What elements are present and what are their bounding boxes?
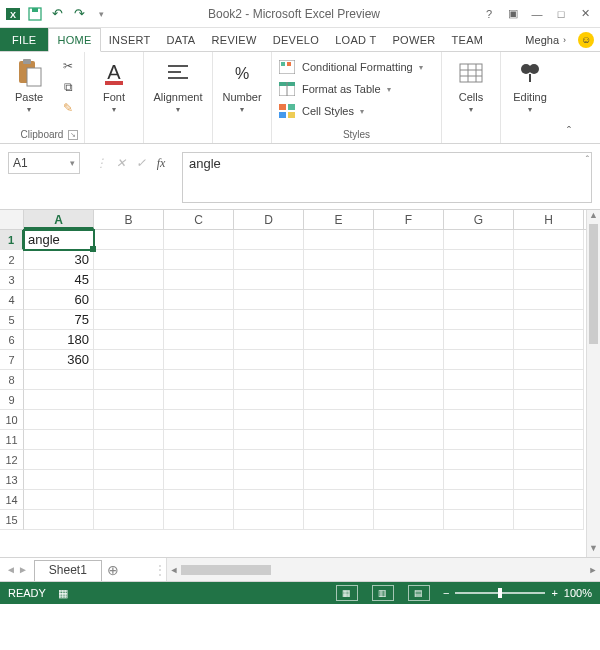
row-header[interactable]: 6 [0, 330, 24, 350]
cell[interactable]: 360 [24, 350, 94, 370]
normal-view-button[interactable]: ▦ [336, 585, 358, 601]
zoom-out-button[interactable]: − [443, 587, 449, 599]
sheet-tab[interactable]: Sheet1 [34, 560, 102, 581]
cell[interactable] [444, 390, 514, 410]
cell[interactable] [374, 450, 444, 470]
row-header[interactable]: 5 [0, 310, 24, 330]
insert-function-button[interactable]: fx [152, 156, 170, 171]
cell[interactable] [94, 510, 164, 530]
cell[interactable] [374, 290, 444, 310]
cell[interactable] [374, 230, 444, 250]
column-header[interactable]: G [444, 210, 514, 229]
dialog-launcher-icon[interactable]: ↘ [68, 130, 78, 140]
cell[interactable] [444, 310, 514, 330]
tab-home[interactable]: HOME [48, 28, 100, 52]
cell[interactable] [304, 390, 374, 410]
row-header[interactable]: 2 [0, 250, 24, 270]
cell[interactable] [164, 230, 234, 250]
cell[interactable] [374, 310, 444, 330]
cell[interactable] [234, 450, 304, 470]
cell[interactable] [514, 250, 584, 270]
macro-record-icon[interactable]: ▦ [58, 587, 68, 600]
cell[interactable] [94, 450, 164, 470]
cell[interactable] [234, 370, 304, 390]
alignment-button[interactable]: Alignment ▾ [150, 55, 206, 114]
cell[interactable] [234, 230, 304, 250]
add-sheet-button[interactable]: ⊕ [102, 558, 124, 581]
row-header[interactable]: 15 [0, 510, 24, 530]
select-all-corner[interactable] [0, 210, 24, 229]
cell[interactable] [164, 310, 234, 330]
row-header[interactable]: 4 [0, 290, 24, 310]
column-header[interactable]: D [234, 210, 304, 229]
cell[interactable]: 180 [24, 330, 94, 350]
cell[interactable]: angle [24, 230, 94, 250]
cell[interactable] [304, 410, 374, 430]
row-header[interactable]: 11 [0, 430, 24, 450]
column-header[interactable]: F [374, 210, 444, 229]
formula-bar[interactable]: angle ˆ [182, 152, 592, 203]
cell[interactable] [94, 250, 164, 270]
cell[interactable] [94, 470, 164, 490]
cell[interactable] [94, 270, 164, 290]
cell[interactable] [234, 470, 304, 490]
minimize-button[interactable]: — [526, 4, 548, 24]
scroll-down-icon[interactable]: ▼ [587, 543, 600, 557]
cell[interactable] [164, 350, 234, 370]
row-header[interactable]: 3 [0, 270, 24, 290]
cell[interactable] [444, 290, 514, 310]
cells-button[interactable]: Cells ▾ [448, 55, 494, 114]
row-header[interactable]: 8 [0, 370, 24, 390]
tab-power[interactable]: POWER [384, 28, 443, 51]
cell[interactable] [24, 410, 94, 430]
cell[interactable] [24, 370, 94, 390]
cancel-formula-button[interactable]: ✕ [112, 156, 130, 170]
row-header[interactable]: 1 [0, 230, 24, 250]
cell[interactable] [514, 270, 584, 290]
cell[interactable] [94, 410, 164, 430]
cell[interactable] [164, 430, 234, 450]
scroll-left-icon[interactable]: ◄ [167, 565, 181, 575]
cell[interactable] [444, 270, 514, 290]
cell[interactable] [514, 390, 584, 410]
tab-insert[interactable]: INSERT [101, 28, 159, 51]
cell[interactable] [164, 450, 234, 470]
cell[interactable] [234, 290, 304, 310]
cell[interactable] [374, 390, 444, 410]
cell[interactable] [514, 430, 584, 450]
number-button[interactable]: % Number ▾ [219, 55, 265, 114]
cell[interactable] [514, 230, 584, 250]
cell[interactable] [234, 390, 304, 410]
cell[interactable] [94, 350, 164, 370]
cell[interactable] [234, 330, 304, 350]
cell[interactable] [374, 250, 444, 270]
row-header[interactable]: 13 [0, 470, 24, 490]
cell[interactable] [94, 290, 164, 310]
scroll-right-icon[interactable]: ► [586, 565, 600, 575]
cell[interactable] [514, 510, 584, 530]
sheet-next-icon[interactable]: ► [18, 564, 28, 575]
cell[interactable] [444, 230, 514, 250]
cell[interactable] [304, 470, 374, 490]
cell[interactable] [24, 490, 94, 510]
row-header[interactable]: 10 [0, 410, 24, 430]
cell[interactable] [94, 490, 164, 510]
cell[interactable] [94, 310, 164, 330]
cell[interactable] [514, 350, 584, 370]
page-layout-view-button[interactable]: ▥ [372, 585, 394, 601]
enter-formula-button[interactable]: ✓ [132, 156, 150, 170]
qat-customize-icon[interactable]: ▾ [92, 5, 110, 23]
cell[interactable]: 30 [24, 250, 94, 270]
redo-icon[interactable]: ↷ [70, 5, 88, 23]
column-header[interactable]: C [164, 210, 234, 229]
column-header[interactable]: E [304, 210, 374, 229]
cell[interactable] [374, 330, 444, 350]
cell[interactable] [374, 510, 444, 530]
maximize-button[interactable]: □ [550, 4, 572, 24]
conditional-formatting-button[interactable]: Conditional Formatting ▾ [278, 57, 435, 77]
cell[interactable] [24, 450, 94, 470]
cell[interactable] [374, 470, 444, 490]
cell[interactable] [444, 510, 514, 530]
cell[interactable] [24, 430, 94, 450]
cell[interactable] [94, 330, 164, 350]
